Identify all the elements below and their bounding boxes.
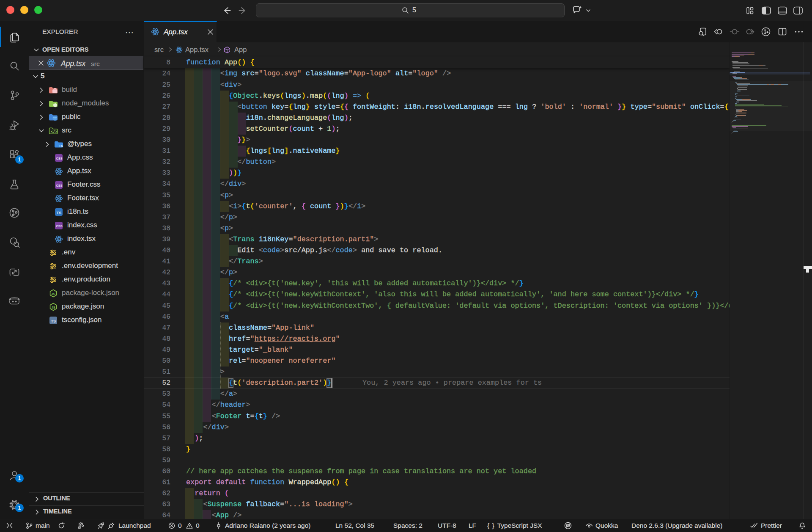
- svg-text:JS: JS: [52, 292, 55, 296]
- svg-text:JS: JS: [52, 306, 55, 309]
- svg-text:TS: TS: [51, 319, 56, 323]
- svg-text:CSS: CSS: [56, 157, 63, 160]
- svg-text:CSS: CSS: [56, 224, 63, 228]
- svg-text:</>: </>: [51, 130, 57, 134]
- svg-text:TS: TS: [57, 211, 62, 215]
- svg-text:TS: TS: [59, 144, 63, 148]
- svg-text:CSS: CSS: [56, 184, 63, 187]
